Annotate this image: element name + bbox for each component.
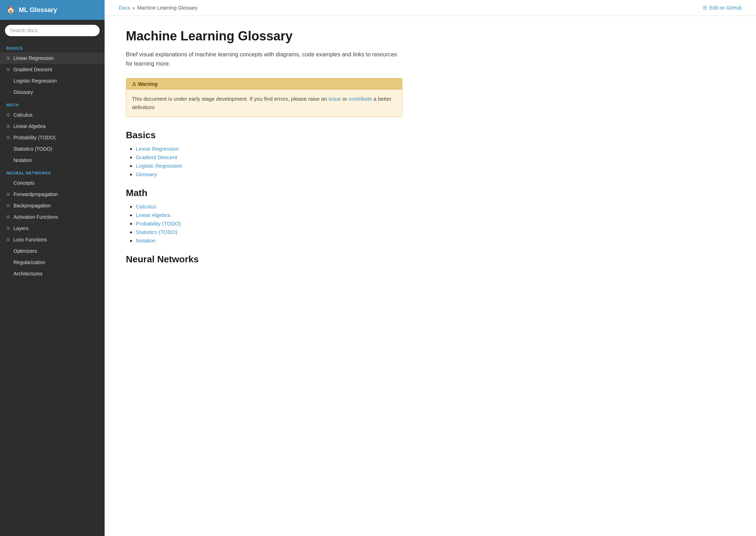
search-box-wrap: [0, 20, 105, 41]
section-heading-basics: Basics: [126, 130, 402, 141]
expand-icon: ⊞: [6, 214, 11, 219]
expand-icon: ⊞: [6, 203, 11, 208]
link-notation[interactable]: Notation: [136, 238, 156, 244]
sidebar-item-gradient-descent[interactable]: ⊞ Gradient Descent: [0, 64, 105, 75]
sidebar-item-logistic-regression[interactable]: ⊞ Logistic Regression: [0, 75, 105, 86]
sidebar-item-activation-functions[interactable]: ⊞ Activation Functions: [0, 211, 105, 223]
sidebar-item-calculus[interactable]: ⊞ Calculus: [0, 109, 105, 121]
search-input[interactable]: [5, 25, 100, 36]
link-probability[interactable]: Probability (TODO): [136, 220, 181, 227]
sidebar-item-statistics[interactable]: ⊞ Statistics (TODO): [0, 143, 105, 155]
sidebar-item-architectures[interactable]: ⊞ Architectures: [0, 268, 105, 279]
expand-icon: ⊞: [6, 112, 11, 117]
link-linear-regression[interactable]: Linear Regression: [136, 146, 179, 152]
sidebar-header[interactable]: 🏠 ML Glossary: [0, 0, 105, 20]
sidebar-item-optimizers[interactable]: ⊞ Optimizers: [0, 245, 105, 257]
top-bar: Docs » Machine Learning Glossary ⦿ Edit …: [105, 0, 756, 16]
list-item: Notation: [136, 238, 402, 244]
sidebar-item-loss-functions[interactable]: ⊞ Loss Functions: [0, 234, 105, 245]
list-item: Glossary: [136, 171, 402, 178]
link-glossary[interactable]: Glossary: [136, 171, 157, 177]
sidebar: 🏠 ML Glossary Basics ⊞ Linear Regression…: [0, 0, 105, 536]
page-title: Machine Learning Glossary: [126, 29, 402, 44]
breadcrumb-docs-link[interactable]: Docs: [119, 5, 130, 11]
list-item: Linear Regression: [136, 146, 402, 152]
home-icon: 🏠: [6, 6, 15, 14]
sidebar-section-basics: Basics ⊞ Linear Regression ⊞ Gradient De…: [0, 41, 105, 98]
list-item: Gradient Descent: [136, 154, 402, 161]
sidebar-item-probability[interactable]: ⊞ Probability (TODO): [0, 132, 105, 143]
sidebar-item-linear-regression[interactable]: ⊞ Linear Regression: [0, 52, 105, 64]
warning-header: ⚠ Warning: [126, 78, 402, 90]
link-logistic-regression[interactable]: Logistic Regression: [136, 163, 182, 169]
page-content: Machine Learning Glossary Brief visual e…: [105, 16, 424, 291]
edit-github-link[interactable]: ⦿ Edit on GitHub: [702, 5, 742, 11]
sidebar-title: ML Glossary: [19, 6, 57, 14]
sidebar-item-forwardpropagation[interactable]: ⊞ Forwardpropagation: [0, 189, 105, 200]
expand-icon: ⊞: [6, 237, 11, 242]
link-statistics[interactable]: Statistics (TODO): [136, 229, 177, 235]
section-heading-nn: Neural Networks: [126, 254, 402, 265]
expand-icon: ⊞: [6, 192, 11, 197]
sidebar-item-regularization[interactable]: ⊞ Regularization: [0, 257, 105, 268]
link-calculus[interactable]: Calculus: [136, 203, 156, 210]
basics-link-list: Linear Regression Gradient Descent Logis…: [126, 146, 402, 178]
warning-body: This document is under early stage devel…: [126, 90, 402, 117]
link-gradient-descent[interactable]: Gradient Descent: [136, 154, 177, 160]
main-content: Docs » Machine Learning Glossary ⦿ Edit …: [105, 0, 756, 536]
warning-box: ⚠ Warning This document is under early s…: [126, 78, 402, 117]
sidebar-item-glossary[interactable]: ⊞ Glossary: [0, 86, 105, 98]
sidebar-section-label-nn: Neural Networks: [0, 166, 105, 177]
list-item: Logistic Regression: [136, 163, 402, 169]
sidebar-item-linear-algebra[interactable]: ⊞ Linear Algebra: [0, 121, 105, 132]
sidebar-section-neural-networks: Neural Networks ⊞ Concepts ⊞ Forwardprop…: [0, 166, 105, 279]
link-linear-algebra[interactable]: Linear Algebra: [136, 212, 170, 218]
expand-icon: ⊞: [6, 124, 11, 129]
breadcrumb: Docs » Machine Learning Glossary: [119, 5, 198, 11]
expand-icon: ⊞: [6, 226, 11, 231]
expand-icon: ⊞: [6, 135, 11, 140]
math-link-list: Calculus Linear Algebra Probability (TOD…: [126, 203, 402, 244]
list-item: Statistics (TODO): [136, 229, 402, 235]
sidebar-section-math: Math ⊞ Calculus ⊞ Linear Algebra ⊞ Proba…: [0, 98, 105, 166]
list-item: Calculus: [136, 203, 402, 210]
expand-icon: ⊞: [6, 56, 11, 61]
github-icon: ⦿: [702, 5, 707, 11]
sidebar-item-layers[interactable]: ⊞ Layers: [0, 223, 105, 234]
page-subtitle: Brief visual explanations of machine lea…: [126, 50, 402, 68]
sidebar-section-label-math: Math: [0, 98, 105, 109]
list-item: Linear Algebra: [136, 212, 402, 218]
sidebar-item-concepts[interactable]: ⊞ Concepts: [0, 177, 105, 189]
sidebar-item-backpropagation[interactable]: ⊞ Backpropagation: [0, 200, 105, 211]
section-heading-math: Math: [126, 188, 402, 199]
list-item: Probability (TODO): [136, 220, 402, 227]
sidebar-item-notation[interactable]: ⊞ Notation: [0, 155, 105, 166]
breadcrumb-separator: »: [132, 5, 135, 11]
breadcrumb-current: Machine Learning Glossary: [137, 5, 198, 11]
warning-issue-link[interactable]: issue: [328, 96, 341, 102]
warning-contribute-link[interactable]: contribute: [349, 96, 372, 102]
expand-icon: ⊞: [6, 67, 11, 72]
sidebar-section-label-basics: Basics: [0, 41, 105, 52]
